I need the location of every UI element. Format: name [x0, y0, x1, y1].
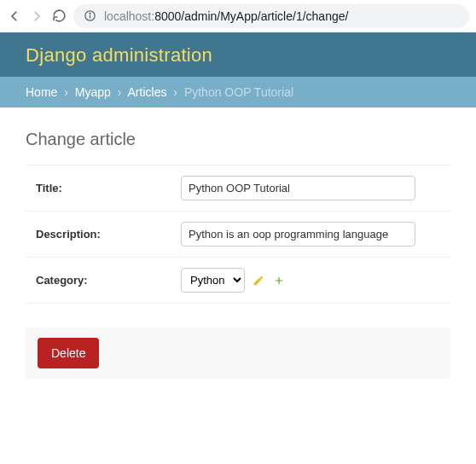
main-content: Change article Title: Description: Categ… — [0, 107, 476, 394]
breadcrumb-home[interactable]: Home — [26, 85, 57, 99]
reload-icon[interactable] — [51, 9, 67, 24]
admin-header: Django administration — [0, 32, 476, 77]
add-related-icon[interactable] — [272, 274, 286, 287]
breadcrumb: Home › Myapp › Articles › Python OOP Tut… — [0, 77, 476, 107]
browser-toolbar: localhost:8000/admin/MyApp/article/1/cha… — [0, 0, 476, 32]
breadcrumb-sep: › — [114, 85, 125, 99]
info-icon[interactable] — [82, 9, 97, 24]
url-text: localhost:8000/admin/MyApp/article/1/cha… — [104, 9, 348, 23]
page-title: Change article — [26, 130, 450, 149]
description-input[interactable] — [181, 222, 415, 246]
form-row-category: Category: Python — [26, 258, 450, 304]
description-label: Description: — [36, 228, 181, 241]
site-title[interactable]: Django administration — [26, 44, 450, 67]
breadcrumb-current: Python OOP Tutorial — [184, 85, 293, 99]
svg-point-2 — [90, 13, 90, 14]
title-input[interactable] — [181, 176, 415, 200]
category-label: Category: — [36, 274, 181, 287]
breadcrumb-app[interactable]: Myapp — [75, 85, 111, 99]
title-label: Title: — [36, 182, 181, 194]
submit-row: Delete — [26, 328, 450, 379]
address-bar[interactable]: localhost:8000/admin/MyApp/article/1/cha… — [73, 4, 469, 28]
forward-icon[interactable] — [29, 9, 44, 24]
breadcrumb-model[interactable]: Articles — [128, 85, 167, 99]
form-row-title: Title: — [26, 165, 450, 212]
category-select[interactable]: Python — [181, 268, 245, 293]
back-icon[interactable] — [7, 9, 22, 24]
form-row-description: Description: — [26, 212, 450, 258]
breadcrumb-sep: › — [61, 85, 72, 99]
breadcrumb-sep: › — [170, 85, 181, 99]
edit-related-icon[interactable] — [252, 274, 265, 287]
delete-button[interactable]: Delete — [38, 338, 99, 368]
